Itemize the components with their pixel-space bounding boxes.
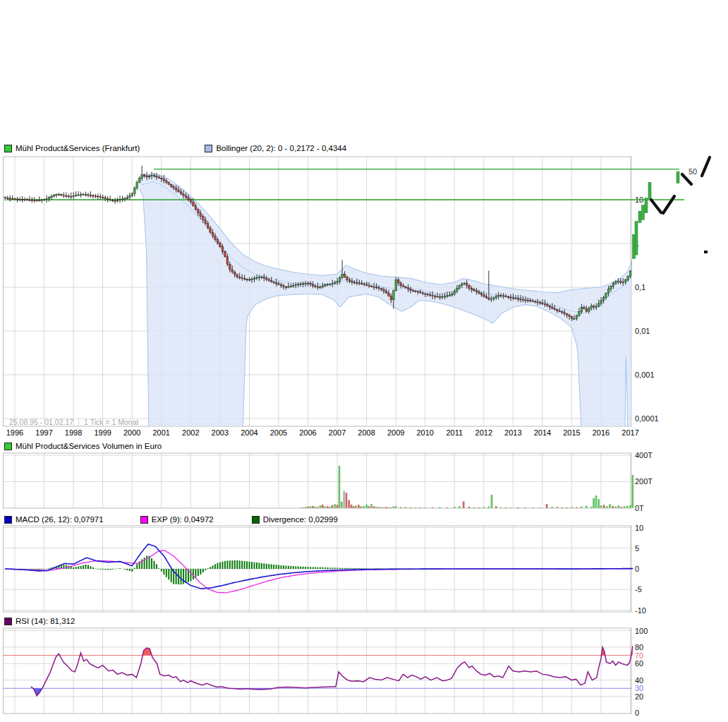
x-axis-year-label: 2013 <box>504 428 521 437</box>
bollinger-band <box>140 174 633 506</box>
rsi-legend: RSI (14): 81,312 <box>4 617 75 625</box>
x-axis-year-label: 2005 <box>270 428 287 437</box>
macd-legend: MACD (26, 12): 0,07971 EXP (9): 0,04972 … <box>4 515 338 524</box>
date-range-footnote: 25.08.95 - 01.02.17 1 Tick = 1 Monat <box>4 418 143 426</box>
macd-label: MACD (26, 12): 0,07971 <box>16 515 104 524</box>
x-axis-year-label: 2012 <box>475 428 492 437</box>
bollinger-label: Bollinger (20, 2): 0 - 0,2172 - 0,4344 <box>216 144 346 152</box>
volume-axis-label: 0T <box>635 504 644 512</box>
bollinger-legend-item: Bollinger (20, 2): 0 - 0,2172 - 0,4344 <box>205 144 346 152</box>
date-range-text: 25.08.95 - 01.02.17 <box>4 418 79 426</box>
exp-label: EXP (9): 0,04972 <box>152 515 214 524</box>
x-axis-year-label: 1997 <box>35 428 52 437</box>
rsi-swatch-icon <box>4 618 12 625</box>
macd-axis-label: -5 <box>635 585 642 594</box>
volume-swatch-icon <box>4 443 12 450</box>
tick-interval-text: 1 Tick = 1 Monat <box>79 418 143 426</box>
x-axis-year-label: 2006 <box>299 428 316 437</box>
macd-axis-label: -10 <box>635 606 646 615</box>
x-axis-year-label: 2008 <box>358 428 375 437</box>
exp-swatch-icon <box>140 516 148 524</box>
volume-bars <box>300 466 633 508</box>
x-axis-year-label: 2000 <box>123 428 140 437</box>
rsi-label: RSI (14): 81,312 <box>16 617 75 625</box>
x-axis-year-label: 1999 <box>94 428 111 437</box>
x-axis-year-label: 1998 <box>65 428 82 437</box>
x-axis-year-label: 2015 <box>563 428 580 437</box>
price-series-legend-item: Mühl Product&Services (Frankfurt) <box>4 144 140 152</box>
chart-canvas: 1010,10,010,0010,00015019961997199819992… <box>0 0 728 722</box>
divergence-legend-item: Divergence: 0,02999 <box>252 515 338 524</box>
rsi-axis-label: 100 <box>635 627 648 635</box>
rsi-axis-label: 80 <box>635 643 643 651</box>
macd-series <box>5 544 633 593</box>
macd-axis-label: 10 <box>635 524 643 532</box>
volume-axis-label: 400T <box>635 451 653 459</box>
bollinger-swatch-icon <box>205 145 212 152</box>
price-level-50-label: 50 <box>688 167 697 176</box>
x-axis-year-label: 2011 <box>446 428 463 437</box>
x-axis-year-label: 2002 <box>182 428 199 437</box>
overflow-candles <box>633 172 680 258</box>
x-axis-year-label: 2001 <box>153 428 170 437</box>
rsi-axis-label: 20 <box>635 692 643 701</box>
rsi-axis-label: 40 <box>635 676 643 685</box>
rsi-axis-label: 0 <box>635 709 639 717</box>
y-axis-price-label: 0,1 <box>635 283 645 291</box>
volume-label: Mühl Product&Services Volumen in Euro <box>16 442 162 450</box>
rsi-axis-label: 60 <box>635 659 643 668</box>
annotation-strokes <box>651 157 710 253</box>
volume-legend-item: Mühl Product&Services Volumen in Euro <box>4 442 162 450</box>
x-axis-year-label: 2017 <box>621 428 638 437</box>
macd-axis-label: 5 <box>635 544 639 553</box>
x-axis-year-label: 2009 <box>387 428 404 437</box>
y-axis-price-label: 0,001 <box>635 371 655 379</box>
x-axis-year-label: 1996 <box>6 428 23 437</box>
volume-panel-grid <box>4 453 632 508</box>
volume-axis-label: 200T <box>635 477 653 486</box>
x-axis-year-label: 2010 <box>416 428 433 437</box>
price-series-label: Mühl Product&Services (Frankfurt) <box>16 144 140 152</box>
x-axis-year-label: 2014 <box>534 428 551 437</box>
divergence-label: Divergence: 0,02999 <box>263 515 338 524</box>
x-axis-year-label: 2016 <box>593 428 609 437</box>
rsi-legend-item: RSI (14): 81,312 <box>4 617 75 625</box>
price-series-swatch-icon <box>4 145 12 152</box>
macd-swatch-icon <box>4 516 12 524</box>
price-legend: Mühl Product&Services (Frankfurt) Bollin… <box>4 144 346 152</box>
divergence-swatch-icon <box>252 516 260 524</box>
x-axis-year-label: 2004 <box>241 428 257 437</box>
rsi-series <box>4 646 633 696</box>
y-axis-price-label: 0,01 <box>635 327 650 335</box>
macd-axis-label: 0 <box>635 565 639 573</box>
macd-line <box>5 544 633 589</box>
rsi-axis-label: 70 <box>635 651 643 660</box>
x-axis-year-label: 2007 <box>329 428 346 437</box>
rsi-axis-label: 30 <box>635 684 643 692</box>
chart-application: 1010,10,010,0010,00015019961997199819992… <box>0 0 728 722</box>
volume-legend: Mühl Product&Services Volumen in Euro <box>4 442 162 450</box>
macd-legend-item: MACD (26, 12): 0,07971 <box>4 515 104 524</box>
x-axis-year-label: 2003 <box>212 428 229 437</box>
exp-legend-item: EXP (9): 0,04972 <box>140 515 214 524</box>
exp-line <box>5 550 633 593</box>
y-axis-price-label: 0,0001 <box>635 414 659 423</box>
